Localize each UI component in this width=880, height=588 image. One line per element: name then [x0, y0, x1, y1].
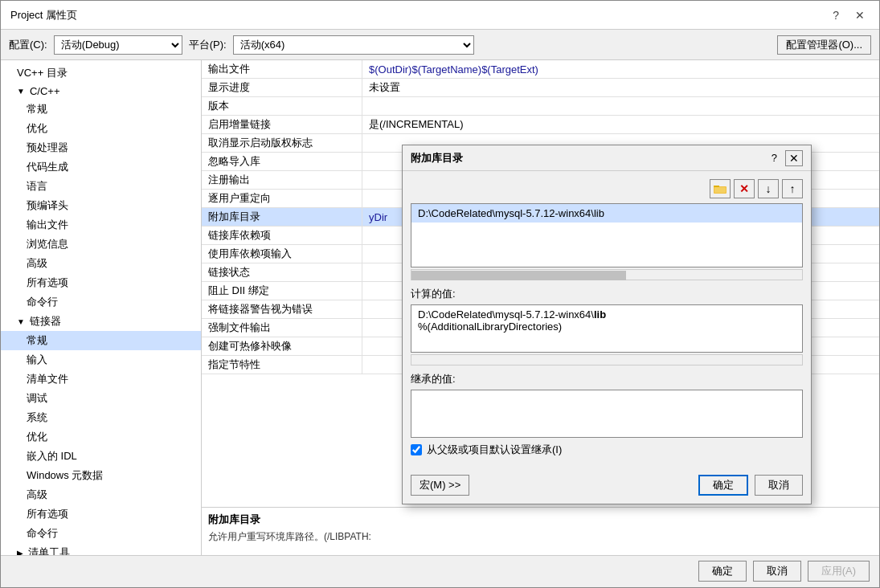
prop-name: 链接库依赖项	[202, 227, 362, 244]
manage-config-button[interactable]: 配置管理器(O)...	[777, 35, 871, 55]
inherited-box	[411, 390, 803, 438]
sidebar-item-output-file[interactable]: 输出文件	[1, 215, 201, 235]
sidebar-item-linker-allopts[interactable]: 所有选项	[1, 504, 201, 524]
folder-button[interactable]	[710, 179, 731, 198]
inherit-checkbox[interactable]	[411, 444, 422, 455]
sidebar-item-codegen[interactable]: 代码生成	[1, 157, 201, 177]
checkbox-row: 从父级或项目默认设置继承(I)	[411, 443, 803, 457]
sidebar-item-language[interactable]: 语言	[1, 177, 201, 196]
prop-value: 未设置	[362, 79, 879, 96]
computed-scrollbar[interactable]	[411, 354, 803, 365]
computed-line-2: %(AdditionalLibraryDirectories)	[418, 321, 796, 333]
title-controls: ? ✕	[828, 7, 870, 23]
sidebar-item-linker-winmeta[interactable]: Windows 元数据	[1, 466, 201, 485]
prop-name: 阻止 DII 绑定	[202, 282, 362, 300]
prop-value: $(OutDir)$(TargetName)$(TargetExt)	[362, 60, 879, 78]
sidebar-item-preprocessor[interactable]: 预处理器	[1, 138, 201, 157]
prop-name: 显示进度	[202, 79, 362, 96]
prop-name: 强制文件输出	[202, 319, 362, 337]
move-down-button[interactable]: ↓	[758, 179, 779, 198]
modal-close-button[interactable]: ✕	[785, 150, 803, 166]
sidebar-item-linker-debug[interactable]: 调试	[1, 389, 201, 408]
config-select[interactable]: 活动(Debug)	[54, 35, 182, 55]
prop-value: 是(/INCREMENTAL)	[362, 116, 879, 133]
config-label: 配置(C):	[9, 38, 47, 52]
sidebar-item-linker-general[interactable]: 常规	[1, 331, 201, 350]
sidebar-item-browse[interactable]: 浏览信息	[1, 235, 201, 254]
sidebar-item-linker-optimize[interactable]: 优化	[1, 427, 201, 447]
computed-label: 计算的值:	[411, 287, 803, 301]
inherit-label: 从父级或项目默认设置继承(I)	[427, 443, 562, 457]
modal-title-bar: 附加库目录 ? ✕	[403, 145, 811, 171]
sidebar-item-all-opts-cpp[interactable]: 所有选项	[1, 273, 201, 292]
platform-select[interactable]: 活动(x64)	[233, 35, 474, 55]
sidebar-item-advanced-cpp[interactable]: 高级	[1, 254, 201, 273]
move-up-button[interactable]: ↑	[782, 179, 803, 198]
prop-name: 创建可热修补映像	[202, 337, 362, 355]
sidebar-item-optimize[interactable]: 优化	[1, 119, 201, 138]
sidebar-item-vc-dirs[interactable]: VC++ 目录	[1, 63, 201, 83]
path-list-item[interactable]: D:\CodeRelated\mysql-5.7.12-winx64\lib	[411, 204, 802, 223]
prop-name: 版本	[202, 97, 362, 115]
sidebar-item-linker-input[interactable]: 输入	[1, 350, 201, 370]
sidebar-item-linker-idl[interactable]: 嵌入的 IDL	[1, 447, 201, 466]
window-title: Project 属性页	[10, 8, 77, 22]
sidebar: VC++ 目录 ▼C/C++ 常规 优化 预处理器 代码生成 语言 预编译头 输…	[1, 60, 202, 555]
title-bar: Project 属性页 ? ✕	[1, 1, 879, 30]
path-list-scrollbar[interactable]	[411, 269, 803, 280]
up-arrow-icon: ↑	[790, 182, 796, 195]
table-row: 显示进度 未设置	[202, 79, 879, 97]
prop-name: 注册输出	[202, 171, 362, 189]
path-list[interactable]: D:\CodeRelated\mysql-5.7.12-winx64\lib	[411, 203, 803, 267]
sidebar-item-linker-advanced[interactable]: 高级	[1, 485, 201, 504]
prop-name: 附加库目录	[202, 208, 362, 226]
delete-icon: ✕	[739, 182, 749, 195]
modal-toolbar: ✕ ↓ ↑	[411, 179, 803, 198]
sidebar-item-cmdline-cpp[interactable]: 命令行	[1, 292, 201, 312]
table-row: 输出文件 $(OutDir)$(TargetName)$(TargetExt)	[202, 60, 879, 79]
desc-text: 允许用户重写环境库路径。(/LIBPATH:	[208, 530, 873, 544]
ok-button[interactable]: 确定	[698, 561, 747, 582]
help-button[interactable]: ?	[828, 7, 844, 23]
modal-ok-button[interactable]: 确定	[698, 475, 748, 496]
close-button[interactable]: ✕	[850, 7, 870, 23]
prop-name: 逐用户重定向	[202, 190, 362, 207]
apply-button[interactable]: 应用(A)	[808, 561, 870, 582]
sidebar-item-linker-system[interactable]: 系统	[1, 408, 201, 427]
desc-title: 附加库目录	[208, 512, 873, 527]
prop-name: 将链接器警告视为错误	[202, 300, 362, 318]
delete-button[interactable]: ✕	[734, 179, 755, 198]
modal-body: ✕ ↓ ↑ D:\CodeRelated\mysql-5.7.12-winx64…	[403, 171, 811, 472]
table-row: 版本	[202, 97, 879, 116]
cancel-button[interactable]: 取消	[753, 561, 801, 582]
modal-footer: 宏(M) >> 确定 取消	[403, 472, 811, 504]
folder-icon	[714, 183, 727, 194]
sidebar-item-linker-manifest[interactable]: 清单文件	[1, 370, 201, 389]
platform-label: 平台(P):	[189, 38, 227, 52]
sidebar-item-manifest-tool[interactable]: ▶清单工具	[1, 543, 201, 555]
modal-help-button[interactable]: ?	[768, 152, 780, 164]
modal-title-buttons: ? ✕	[768, 150, 803, 166]
prop-value	[362, 97, 879, 115]
prop-name: 输出文件	[202, 60, 362, 78]
down-arrow-icon: ↓	[766, 182, 772, 195]
modal-cancel-button[interactable]: 取消	[755, 475, 803, 496]
sidebar-item-general-cpp[interactable]: 常规	[1, 100, 201, 119]
table-row: 启用增量链接 是(/INCREMENTAL)	[202, 116, 879, 134]
bottom-bar: 确定 取消 应用(A)	[1, 555, 879, 587]
modal-dialog: 附加库目录 ? ✕ ✕	[402, 145, 812, 504]
macro-button[interactable]: 宏(M) >>	[411, 475, 469, 496]
prop-name: 链接状态	[202, 263, 362, 281]
svg-rect-3	[714, 187, 726, 193]
sidebar-item-cpp[interactable]: ▼C/C++	[1, 83, 201, 100]
modal-title: 附加库目录	[411, 151, 463, 165]
prop-name: 启用增量链接	[202, 116, 362, 133]
computed-line-1: D:\CodeRelated\mysql-5.7.12-winx64\lib	[418, 308, 796, 321]
sidebar-item-pch[interactable]: 预编译头	[1, 196, 201, 215]
inherited-label: 继承的值:	[411, 372, 803, 386]
scrollbar-thumb	[411, 271, 626, 280]
prop-name: 指定节特性	[202, 356, 362, 374]
prop-name: 使用库依赖项输入	[202, 245, 362, 263]
sidebar-item-linker[interactable]: ▼链接器	[1, 312, 201, 331]
sidebar-item-linker-cmdline[interactable]: 命令行	[1, 524, 201, 543]
